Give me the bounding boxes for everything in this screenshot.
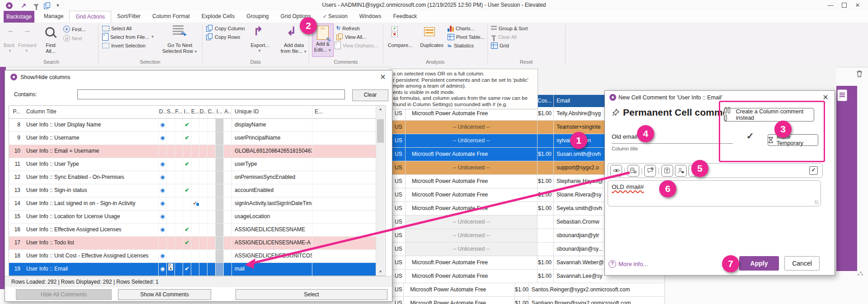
hide-all-comments-button[interactable]: Hide All Comments [16,289,112,300]
pivot-table-button[interactable]: Pivot Table... [448,33,485,41]
vertical-scrollbar[interactable]: ▲ ▼ [376,106,385,276]
copy-rows-button[interactable]: Copy Rows [206,33,240,41]
visibility-icon[interactable] [610,165,622,177]
table-row[interactable]: 15User Info :: Location for License Usag… [9,210,377,224]
trash-icon[interactable] [855,70,863,80]
minimize-button[interactable]: — [825,1,836,9]
tab-session[interactable]: ✓Session [317,11,354,23]
grid-row[interactable]: USMicrosoft Power Automate Free$1.00Sant… [392,297,665,304]
export-button[interactable]: Export... [245,42,275,48]
text-format-icon[interactable] [661,165,673,177]
select-button[interactable]: Select [236,289,387,300]
close-icon[interactable]: ✕ [378,73,387,81]
annotation-step-3: 3 [774,121,792,138]
visible-eye-icon[interactable]: ◉ [160,174,165,180]
user-permission-icon[interactable] [675,165,687,177]
compare-button[interactable]: Compare... [386,42,414,48]
visible-eye-icon[interactable]: ◉ [160,135,165,141]
scrollbar-thumb[interactable] [377,119,384,143]
find-all-label[interactable]: Find All... [39,42,62,54]
right-panel-collapsed[interactable] [836,86,857,271]
table-row[interactable]: 8User Info :: User Display Name◉✔display… [9,119,377,132]
refresh-button[interactable]: ↻Refresh [336,24,360,32]
visible-eye-icon[interactable]: ◉ [160,213,165,220]
view-all-button[interactable]: View All... [336,33,367,41]
annotation-step-7: 7 [722,255,739,272]
duplicates-icon[interactable] [424,27,435,38]
panel-list-icon[interactable] [837,89,847,101]
invert-selection-button[interactable]: Invert Selection [102,42,146,49]
visible-eye-icon[interactable]: ◉ [160,161,165,167]
close-button[interactable]: ✕ [852,1,863,9]
tab-explode-cells[interactable]: Explode Cells [196,11,241,23]
scroll-up-icon[interactable]: ▲ [376,106,385,113]
copy-column-button[interactable]: Copy Column [206,24,245,32]
grid-row[interactable]: USMicrosoft Power Automate Free$1.00Sant… [392,283,665,297]
table-row[interactable]: 12User Info :: Sync Enabled - On-Premise… [9,171,377,184]
more-info-link[interactable]: ? More info... [609,260,648,268]
cost-column-header[interactable]: Cos... [537,95,553,107]
clear-button[interactable]: Clear [352,89,388,101]
find-all-button[interactable] [45,27,55,38]
search-icon [45,27,55,37]
scroll-down-icon[interactable]: ▼ [376,268,385,276]
visible-eye-icon[interactable]: ◉ [160,187,165,193]
table-row-hidden[interactable]: 17User Info :: Todo list✔ASSIGNEDLICENSE… [9,237,377,250]
show-all-comments-button[interactable]: Show All Comments [118,289,211,300]
table-row[interactable]: 11User Info :: User Type◉✔userType [9,158,377,171]
insert-column-value-icon[interactable] [627,165,639,177]
table-row-hidden[interactable]: 10User Info :: Email = UsernameGLOBAL691… [9,145,377,158]
tab-manage[interactable]: Manage [38,11,69,23]
first-button[interactable]: AFirst... [63,25,86,33]
visible-eye-icon[interactable]: ◉ [160,253,165,259]
comment-name-input[interactable]: Old email [612,133,637,140]
tab-windows[interactable]: Windows [354,11,387,23]
tab-feedback[interactable]: Feedback [387,11,423,23]
group-sort-button[interactable]: Group & Sort [491,24,528,32]
resize-handle-icon[interactable] [815,201,819,205]
export-icon[interactable]: ↱ [253,24,263,38]
go-to-next-selected-row-button[interactable]: ↷ [173,25,184,38]
visible-eye-icon[interactable]: ◉ [160,122,165,128]
apply-button[interactable]: Apply [739,256,779,271]
tab-backstage[interactable]: Backstage [4,11,34,23]
visible-eye-icon[interactable]: ◉ [160,266,165,272]
resize-grip[interactable] [857,270,863,276]
select-from-file-button[interactable]: ≡Select from File...▼ [102,33,155,41]
comment-enabled-checkbox[interactable]: ✓ [809,166,818,175]
group-sort-icon [491,26,497,31]
visible-eye-icon[interactable]: ◉ [160,200,165,206]
tab-grid-actions[interactable]: Grid Actions [69,11,111,23]
clear-all-button[interactable]: Clear All [491,33,517,41]
forward-button[interactable]: Forward [18,42,36,48]
tab-sort-filter[interactable]: Sort/Filter [111,11,146,23]
go-to-next-label[interactable]: Go To Next Selected Row ▼ [159,42,201,55]
select-all-button[interactable]: Select All [102,24,132,32]
add-data-icon[interactable]: ↲ [287,24,297,38]
view-orphans-button[interactable]: ≡View Orphans... [335,42,378,49]
table-row[interactable]: 14User Info :: Last signed in on - Sign-… [9,197,377,210]
duplicates-button[interactable]: Duplicates [418,42,446,48]
tab-column-format[interactable]: Column Format [146,11,196,23]
maximize-button[interactable] [838,1,850,9]
compare-icon[interactable]: ✔✖ [392,26,398,37]
table-row[interactable]: 9User Info :: Username◉✔userPrincipalNam… [9,132,377,145]
contains-input[interactable] [77,89,345,99]
comment-text-area[interactable]: OLD #mail# [608,180,821,206]
table-row[interactable]: 18User Info :: Unit Cost - Effective Ass… [9,250,377,263]
statistics-button[interactable]: 📊︎Statistics [448,42,474,49]
add-data-from-file-button[interactable]: Add data from file... ▼ [275,42,313,55]
cancel-button[interactable]: Cancel [784,256,820,271]
back-arrow-icon[interactable]: ← [7,26,14,34]
table-row-selected[interactable]: 19User Info :: Email◉Z↓A✔mail [9,263,377,276]
back-button[interactable]: Back [4,42,14,48]
add-comment-icon[interactable] [644,165,656,177]
charts-button[interactable]: Charts... [448,24,475,32]
table-row[interactable]: 16User Info :: Effective Assigned Licens… [9,224,377,237]
forward-arrow-icon[interactable]: → [24,26,31,34]
next-button[interactable]: QNext [63,34,82,42]
visible-eye-icon[interactable]: ◉ [160,226,165,233]
table-row[interactable]: 13User Info :: Sign-in status◉✔accountEn… [9,184,377,197]
grid-reset-button[interactable]: Grid [491,42,509,49]
tab-grouping[interactable]: Grouping [241,11,274,23]
